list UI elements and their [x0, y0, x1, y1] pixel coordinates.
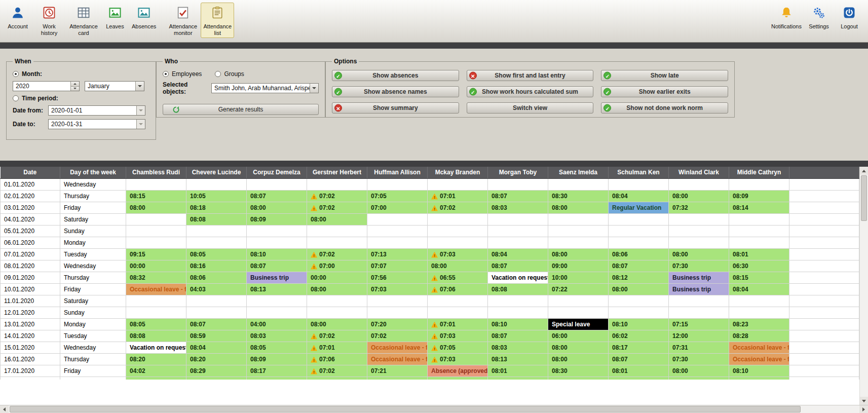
option-show-summary-button[interactable]: Show summary [332, 102, 459, 114]
cell-time: 08:07 [488, 330, 548, 342]
filler-cell [789, 342, 859, 353]
column-header-date: Date [1, 167, 60, 178]
empty-cell [307, 295, 367, 307]
cell-time: 08:00 [307, 318, 367, 330]
day-cell: Saturday [60, 295, 126, 307]
time-period-radio[interactable] [13, 95, 19, 101]
date-to-input[interactable]: 2020-01-31 [48, 119, 145, 129]
option-show-first-last-entry-button[interactable]: Show first and last entry [467, 70, 594, 81]
scroll-left-button[interactable] [0, 405, 9, 413]
empty-cell [609, 213, 669, 225]
toolbar-item-attendance-list[interactable]: Attendance list [201, 3, 234, 38]
month-dropdown-button[interactable] [135, 82, 144, 91]
option-show-late-button[interactable]: Show late [601, 70, 728, 81]
day-cell: Friday [60, 202, 126, 213]
toolbar-item-notifications[interactable]: Notifications [770, 3, 803, 32]
cell-time: 08:07 [247, 190, 307, 202]
toolbar-item-work-history[interactable]: Work history [32, 3, 66, 38]
selected-objects-select[interactable]: Smith John, Arab Muhannad, Arispe An [211, 83, 319, 93]
vertical-scroll-thumb[interactable] [861, 175, 867, 221]
day-cell: Sunday [60, 307, 126, 318]
cell-time: 08:09 [247, 353, 307, 365]
generate-results-button[interactable]: Generate results [163, 104, 319, 115]
selected-objects-dropdown-button[interactable] [310, 84, 318, 93]
empty-cell [669, 225, 729, 237]
toolbar-item-label: Attendance card [69, 23, 98, 36]
empty-cell [669, 213, 729, 225]
empty-cell [428, 213, 488, 225]
horizontal-scroll-thumb[interactable] [10, 406, 801, 412]
day-cell: Wednesday [60, 178, 126, 190]
cell-time: 08:15 [729, 272, 789, 283]
empty-cell [548, 225, 609, 237]
date-from-value: 2020-01-01 [51, 107, 136, 114]
attendance-card-icon [77, 6, 91, 22]
late-warning-icon: ! [311, 252, 317, 258]
cell-late: !07:03 [428, 248, 488, 260]
cell-time: 07:30 [669, 260, 729, 272]
date-from-dropdown-button[interactable] [136, 106, 145, 115]
toolbar-item-logout[interactable]: Logout [835, 3, 864, 32]
cell-time: 08:00 [126, 202, 186, 213]
status-icon [603, 104, 611, 112]
attendance-table-zone: DateDay of the weekChambless RudiChevere… [0, 167, 868, 405]
employees-radio[interactable] [163, 71, 169, 77]
cell-vacation-request: Vacation on request [126, 342, 186, 353]
month-select[interactable]: January [85, 81, 144, 91]
year-down-button[interactable] [71, 86, 79, 91]
option-show-not-done-work-norm-button[interactable]: Show not done work norm [601, 102, 728, 114]
cell-late: !07:05 [428, 342, 488, 353]
option-show-absences-button[interactable]: Show absences [332, 70, 459, 81]
year-up-button[interactable] [71, 82, 79, 86]
year-select[interactable]: 2020 [13, 81, 80, 91]
filler-cell [789, 330, 859, 342]
filler-cell [789, 307, 859, 318]
filler-cell [789, 283, 859, 295]
date-from-input[interactable]: 2020-01-01 [48, 105, 145, 116]
date-to-dropdown-button[interactable] [136, 120, 145, 129]
cell-time [669, 377, 729, 380]
date-cell: 12.01.2020 [1, 307, 60, 318]
cell-time [729, 377, 789, 380]
cell-late: !07:02 [307, 190, 367, 202]
option-show-earlier-exits-button[interactable]: Show earlier exits [601, 86, 728, 97]
toolbar-item-attendance-card[interactable]: Attendance card [67, 3, 100, 38]
date-cell: 03.01.2020 [1, 202, 60, 213]
toolbar-item-settings[interactable]: Settings [804, 3, 834, 32]
empty-cell [729, 237, 789, 248]
toolbar-item-absences[interactable]: Absences [130, 3, 158, 32]
absences-icon [137, 6, 151, 22]
day-cell [60, 377, 126, 380]
option-show-absence-names-button[interactable]: Show absence names [332, 86, 459, 97]
cell-late: !07:02 [428, 202, 488, 213]
option-switch-view-button[interactable]: Switch view [467, 102, 594, 114]
option-show-work-hours-sum-button[interactable]: Show work hours calculated sum [467, 86, 594, 97]
cell-time: 08:15 [126, 190, 186, 202]
scroll-up-button[interactable] [860, 167, 868, 175]
horizontal-scroll-track[interactable] [9, 405, 859, 413]
scroll-right-button[interactable] [859, 405, 868, 413]
date-cell: 01.01.2020 [1, 178, 60, 190]
empty-cell [729, 178, 789, 190]
scroll-down-button[interactable] [860, 397, 868, 405]
toolbar-item-attendance-monitor[interactable]: Attendance monitor [166, 3, 200, 38]
horizontal-scrollbar[interactable] [0, 405, 868, 413]
toolbar-item-leaves[interactable]: Leaves [101, 3, 129, 32]
groups-radio[interactable] [215, 71, 221, 77]
month-radio[interactable] [13, 71, 19, 77]
toolbar-item-label: Account [8, 23, 28, 30]
cell-time: 08:17 [609, 342, 669, 353]
vertical-scroll-track[interactable] [860, 175, 868, 397]
toolbar-item-label: Absences [132, 23, 156, 30]
empty-cell [548, 307, 609, 318]
empty-cell [729, 225, 789, 237]
attendance-row: 11.01.2020Saturday [1, 295, 859, 307]
options-grid: Show absences Show first and last entry … [332, 70, 728, 114]
empty-cell [367, 295, 428, 307]
toolbar-item-account[interactable]: Account [4, 3, 31, 32]
cell-late: !07:01 [428, 318, 488, 330]
options-title: Options [332, 58, 359, 65]
day-cell: Monday [60, 237, 126, 248]
filler-cell [789, 178, 859, 190]
vertical-scrollbar[interactable] [859, 167, 868, 405]
